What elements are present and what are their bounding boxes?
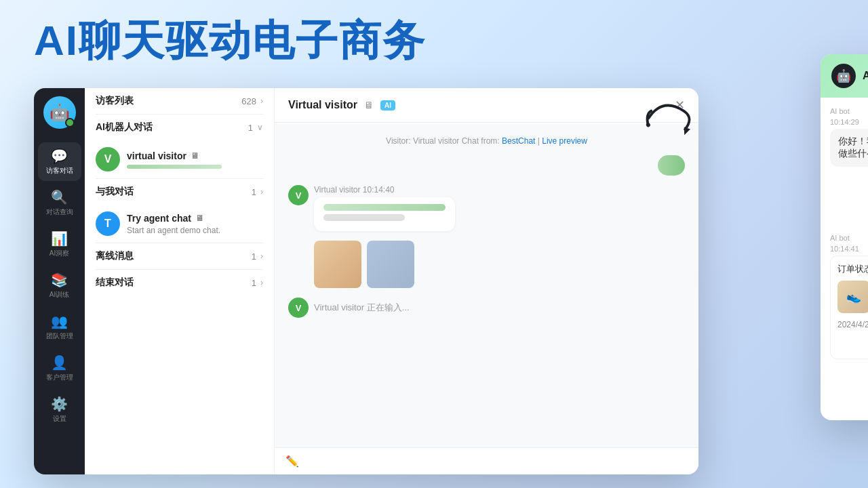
sidebar-item-ai-insight[interactable]: 📊 AI洞察 [38, 225, 81, 264]
order-status: 订单状态： 已付款 [837, 263, 868, 275]
agent-subtitle: Start an agent demo chat. [127, 226, 263, 235]
offline-msg-badge: 1 [252, 251, 256, 262]
visitor-list-badge: 628 [241, 96, 256, 106]
delivery-row: 🚚 配送中 [837, 331, 868, 352]
sidebar-item-visitor-chat[interactable]: 💬 访客对话 [38, 142, 81, 181]
bot-order-time: 10:14:41 [830, 245, 868, 253]
product-images [314, 241, 414, 288]
offline-msg-section[interactable]: 离线消息 1 › [85, 243, 274, 269]
visitor-msg-sender: Virtual visitor 10:14:40 [314, 185, 455, 195]
bot-msg-time-val: 10:14:29 [830, 118, 868, 126]
system-message: Visitor: Virtual visitor Chat from: Best… [288, 136, 685, 146]
agent-chat-item[interactable]: T Try agent chat 🖥 Start an agent demo c… [85, 205, 274, 243]
chart-icon: 📊 [51, 230, 68, 247]
sidebar-item-ai-training[interactable]: 📚 AI训练 [38, 266, 81, 305]
sidebar-item-label: AI训练 [50, 290, 69, 300]
sidebar-item-label: 客户管理 [46, 373, 73, 382]
product-thumb-2 [367, 241, 414, 288]
ai-panel-header: 🤖 AI bot [821, 54, 868, 98]
left-panel: 访客列表 628 › AI机器人对话 1 ∨ V virtual visitor… [85, 88, 275, 474]
bot-avatar: 🤖 [831, 64, 856, 88]
ai-robot-badge: 1 [248, 123, 253, 133]
gear-icon: ⚙️ [51, 396, 68, 412]
ai-response-row [288, 155, 685, 176]
placeholder-bar [323, 204, 446, 211]
team-icon: 👥 [51, 313, 68, 329]
app-container: 🤖 💬 访客对话 🔍 对话查询 📊 AI洞察 📚 AI训练 👥 团队 [34, 88, 698, 474]
chat-icon: 💬 [51, 148, 68, 164]
bestchat-link[interactable]: BestChat [502, 136, 535, 146]
ai-badge: AI [380, 100, 395, 110]
chat-header-left: Virtual visitor 🖥 AI [288, 99, 395, 111]
order-card-header: 订单状态： 已付款 详情 [837, 263, 868, 275]
agent-info: Try agent chat 🖥 Start an agent demo cha… [127, 213, 263, 235]
product-image-1: 👟 [837, 281, 868, 313]
edit-icon: ✏️ [285, 455, 299, 468]
end-chat-title: 结束对话 [96, 277, 134, 289]
visitor-msg-avatar: V [288, 185, 309, 205]
visitor-avatar: V [96, 147, 120, 171]
sidebar-item-label: 设置 [53, 414, 66, 424]
visitor-list-section[interactable]: 访客列表 628 › [85, 88, 274, 114]
svg-point-0 [646, 122, 651, 127]
chat-title: Virtual visitor [288, 99, 357, 111]
live-preview-link[interactable]: Live preview [542, 136, 587, 146]
typing-text: Virtual visitor 正在输入... [314, 302, 410, 314]
product-thumb-1 [314, 241, 361, 288]
bot-bubble-1: 你好！我是您的购物助理。我能为您做些什么？ [830, 129, 868, 167]
monitor-icon: 🖥 [191, 151, 199, 161]
sidebar-item-customer-management[interactable]: 👤 客户管理 [38, 349, 81, 388]
visitor-typing-avatar: V [288, 298, 309, 318]
my-chat-section[interactable]: 与我对话 1 › [85, 179, 274, 205]
chevron-right-icon: › [260, 251, 263, 261]
visitor-msg-content: Virtual visitor 10:14:40 [314, 185, 455, 231]
order-date: 2024/4/24 [837, 320, 868, 329]
bot-name: AI bot [863, 70, 868, 82]
sidebar-item-label: 访客对话 [46, 166, 73, 176]
visitor-bar [127, 165, 222, 169]
chat-header: Virtual visitor 🖥 AI ✕ [275, 88, 698, 123]
hero-title: AI聊天驱动电子商务 [34, 12, 426, 69]
virtual-visitor-item[interactable]: V virtual visitor 🖥 [85, 140, 274, 178]
chevron-right-icon: › [260, 278, 263, 287]
offline-msg-title: 离线消息 [96, 250, 134, 262]
chevron-right-icon: › [260, 187, 263, 197]
sidebar-item-settings[interactable]: ⚙️ 设置 [38, 390, 81, 429]
ai-chat-body: AI bot 10:14:29 你好！我是您的购物助理。我能为您做些什么？ 我 … [821, 98, 868, 420]
sidebar-item-conversation-query[interactable]: 🔍 对话查询 [38, 184, 81, 222]
avatar: 🤖 [43, 96, 76, 129]
chevron-right-icon: › [260, 96, 263, 106]
visitor-msg-bubble [314, 197, 455, 231]
sidebar-item-team-management[interactable]: 👥 团队管理 [38, 308, 81, 346]
sidebar-item-label: AI洞察 [50, 249, 69, 258]
agent-name: Try agent chat 🖥 [127, 213, 263, 224]
typing-indicator-row: V Virtual visitor 正在输入... [288, 298, 685, 322]
main-chat-panel: Virtual visitor 🖥 AI ✕ Visitor: Virtual … [275, 88, 698, 474]
bot-avatar-icon: 🤖 [836, 68, 851, 83]
visitor-list-title: 访客列表 [96, 95, 134, 107]
monitor-icon: 🖥 [364, 100, 374, 110]
person-icon: 👤 [51, 354, 68, 371]
visitor-message-row: V Virtual visitor 10:14:40 [288, 185, 685, 231]
chat-body: Visitor: Virtual visitor Chat from: Best… [275, 123, 698, 447]
my-chat-title: 与我对话 [96, 186, 134, 198]
my-chat-badge: 1 [252, 187, 256, 197]
bot-order-message: AI bot 10:14:41 订单状态： 已付款 详情 👟 [830, 234, 868, 359]
order-card: 订单状态： 已付款 详情 👟 👟 👟 [830, 256, 868, 359]
agent-avatar: T [96, 211, 120, 236]
ai-robot-section[interactable]: AI机器人对话 1 ∨ [85, 115, 274, 140]
sidebar: 🤖 💬 访客对话 🔍 对话查询 📊 AI洞察 📚 AI训练 👥 团队 [34, 88, 85, 474]
avatar-online-badge [65, 118, 75, 127]
sidebar-nav: 💬 访客对话 🔍 对话查询 📊 AI洞察 📚 AI训练 👥 团队管理 👤 [38, 142, 81, 466]
end-chat-section[interactable]: 结束对话 1 › [85, 270, 274, 296]
end-chat-badge: 1 [252, 278, 256, 288]
search-icon: 🔍 [51, 189, 68, 205]
user-message-1: 我 10:14:40 你好，你能帮我查看我的订单状态吗？ [830, 175, 868, 226]
products-row: 👟 👟 👟 5 items [837, 281, 868, 319]
chat-footer: ✏️ [275, 447, 698, 474]
visitor-info: virtual visitor 🖥 [127, 150, 263, 169]
monitor-icon: 🖥 [195, 214, 203, 223]
visitor-name: virtual visitor 🖥 [127, 150, 263, 161]
book-icon: 📚 [51, 272, 68, 288]
bot-order-sender: AI bot [830, 234, 868, 242]
